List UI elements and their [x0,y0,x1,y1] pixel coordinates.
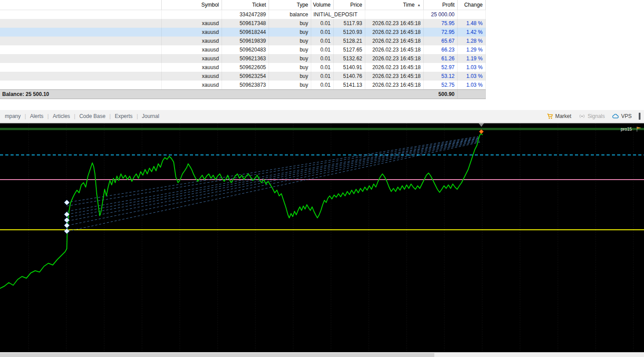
tab-journal[interactable]: Journal [138,113,163,119]
trade-row[interactable]: xauusd 509620483 buy 0.01 5127.65 2026.0… [0,45,486,54]
balance-label: Balance: 25 500.10 [0,90,424,99]
price-chart[interactable]: pro15 [0,123,644,352]
col-time[interactable]: Time▲ [365,0,424,10]
deposit-profit: 25 000.00 [424,10,458,19]
initial-deposit-row[interactable]: 334247289 balance INITIAL_DEPOSIT 25 000… [0,10,486,19]
trendline[interactable] [67,138,479,211]
scrollbar-thumb[interactable] [0,353,434,357]
chart-symbol-label: pro15 [621,127,632,132]
signals-broadcast-icon [579,114,586,119]
trade-row[interactable]: xauusd 509623254 buy 0.01 5140.76 2026.0… [0,72,486,81]
market-label: Market [555,113,571,119]
trade-row-selected[interactable]: xauusd 509618244 buy 0.01 5120.93 2026.0… [0,28,486,37]
tab-experts[interactable]: Experts [111,113,137,119]
sort-asc-icon: ▲ [417,3,421,7]
horizontal-scrollbar[interactable] [0,352,644,357]
trade-history-table: Symbol Ticket Type Volume Price Time▲ Pr… [0,0,486,99]
vps-label: VPS [621,113,632,119]
tab-code-base[interactable]: Code Base [75,113,109,119]
price-line [0,133,482,288]
market-button[interactable]: Market [547,113,571,119]
trade-row[interactable]: xauusd 509622605 buy 0.01 5140.91 2026.0… [0,63,486,72]
tab-articles[interactable]: Articles [49,113,74,119]
entry-marker[interactable] [64,223,69,228]
balance-total-profit: 500.90 [424,90,458,99]
chart-grid [29,123,633,352]
bottom-tab-bar: mpany Alerts Articles Code Base Experts … [0,110,644,123]
tab-company[interactable]: mpany [1,113,25,119]
header-filler [0,0,162,10]
trendline[interactable] [67,140,479,217]
toolbar-more-icon[interactable] [639,113,640,120]
trade-row[interactable]: xauusd 509621363 buy 0.01 5132.62 2026.0… [0,54,486,63]
tab-alerts[interactable]: Alerts [26,113,47,119]
vps-cloud-icon [612,114,619,119]
toolbar-right-tools: Market Signals VPS [547,113,644,120]
deposit-type: balance [269,10,311,19]
col-volume[interactable]: Volume [311,0,334,10]
trendline[interactable] [68,140,480,221]
chart-drop-marker[interactable] [479,123,484,127]
signals-button[interactable]: Signals [579,113,605,119]
signals-label: Signals [588,113,605,119]
entry-marker[interactable] [64,200,69,205]
trendline[interactable] [67,137,479,206]
trendline[interactable] [68,141,480,225]
col-price[interactable]: Price [334,0,365,10]
trendline[interactable] [67,136,478,202]
trade-row[interactable]: xauusd 509623873 buy 0.01 5141.13 2026.0… [0,81,486,89]
col-symbol[interactable]: Symbol [162,0,222,10]
deposit-comment: INITIAL_DEPOSIT [311,10,365,19]
trade-row[interactable]: xauusd 509619839 buy 0.01 5128.21 2026.0… [0,37,486,45]
toolbox-tabs: mpany Alerts Articles Code Base Experts … [0,113,163,119]
col-profit[interactable]: Profit [424,0,458,10]
table-header-row: Symbol Ticket Type Volume Price Time▲ Pr… [0,0,486,10]
trade-row[interactable]: xauusd 509617348 buy 0.01 5117.93 2026.0… [0,19,486,28]
market-cart-icon [547,114,553,119]
col-time-label: Time [403,2,415,8]
deposit-ticket: 334247289 [222,10,269,19]
vps-button[interactable]: VPS [612,113,632,119]
col-change[interactable]: Change [458,0,486,10]
col-type[interactable]: Type [269,0,311,10]
balance-summary-row: Balance: 25 500.10 500.90 [0,89,486,99]
entry-marker[interactable] [64,228,69,234]
col-ticket[interactable]: Ticket [222,0,269,10]
